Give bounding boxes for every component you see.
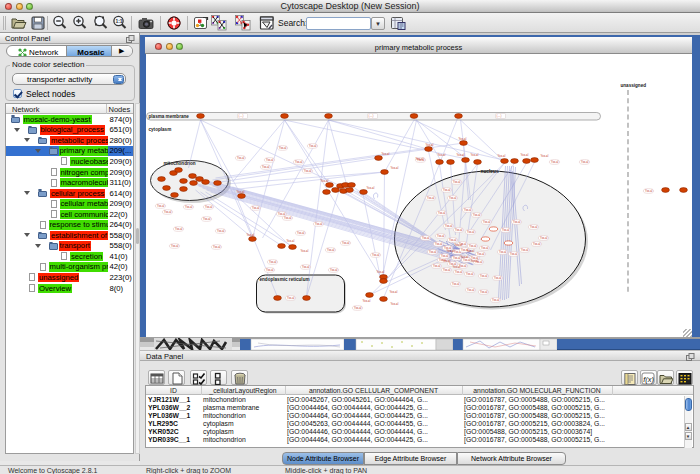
svg-text:1:1: 1:1 [115, 18, 122, 24]
svg-text:Yxx-al: Yxx-al [376, 270, 384, 274]
svg-text:Yxx-al: Yxx-al [441, 254, 449, 258]
svg-text:Yxx-al: Yxx-al [464, 208, 472, 212]
svg-text:Yxx-al: Yxx-al [302, 265, 310, 269]
svg-text:Yxx-al: Yxx-al [203, 217, 211, 221]
svg-text:Yxx-al: Yxx-al [422, 236, 430, 240]
svg-text:Yxx-al: Yxx-al [300, 249, 308, 253]
svg-text:Yxx-al: Yxx-al [284, 216, 292, 220]
svg-text:Yxx-al: Yxx-al [262, 165, 270, 169]
svg-text:Yxx-al: Yxx-al [309, 144, 317, 148]
svg-text:Yxx-al: Yxx-al [157, 204, 165, 208]
svg-text:Yxx-al: Yxx-al [437, 234, 445, 238]
svg-text:cytoplasm: cytoplasm [148, 127, 171, 132]
svg-text:Yxx-al: Yxx-al [492, 298, 500, 302]
svg-text:Yxx-al: Yxx-al [460, 255, 468, 259]
svg-text:Yxx-al: Yxx-al [443, 268, 451, 272]
svg-text:Yxx-al: Yxx-al [330, 268, 338, 272]
svg-text:Yxx-al: Yxx-al [453, 180, 461, 184]
svg-text:Yxx-al: Yxx-al [497, 154, 505, 158]
svg-text:Yxx-al: Yxx-al [327, 248, 335, 252]
svg-text:Yxx-al: Yxx-al [175, 227, 183, 231]
svg-text:Yxx-al: Yxx-al [443, 188, 451, 192]
svg-text:Yxx-al: Yxx-al [452, 282, 460, 286]
svg-text:Yxx-al: Yxx-al [467, 288, 475, 292]
svg-text:Yxx-al: Yxx-al [381, 152, 389, 156]
svg-text:Yxx-al: Yxx-al [362, 299, 370, 303]
svg-text:Yxx-al: Yxx-al [455, 228, 463, 232]
svg-text:Yxx-al: Yxx-al [164, 210, 172, 214]
svg-text:Yxx-al: Yxx-al [269, 260, 277, 264]
svg-text:Yxx-al: Yxx-al [481, 246, 489, 250]
svg-text:Yxx-al: Yxx-al [438, 211, 446, 215]
svg-text:f(x): f(x) [643, 374, 654, 383]
svg-text:Yxx-al: Yxx-al [286, 239, 294, 243]
svg-text:Yxx-al: Yxx-al [453, 256, 461, 260]
svg-text:Yxx-al: Yxx-al [446, 249, 454, 253]
svg-text:Yxx-al: Yxx-al [354, 306, 362, 310]
svg-text:Yxx-al: Yxx-al [540, 236, 548, 240]
svg-text:Yxx-al: Yxx-al [470, 153, 478, 157]
svg-text:Yxx-al: Yxx-al [205, 205, 213, 209]
svg-text:Yxx-al: Yxx-al [252, 206, 260, 210]
svg-text:Yxx-al: Yxx-al [533, 242, 541, 246]
svg-text:Yxx-al: Yxx-al [520, 153, 528, 157]
svg-text:Yxx-al: Yxx-al [466, 249, 474, 253]
svg-text:Yxx-al: Yxx-al [645, 189, 653, 193]
svg-text:Yxx-al: Yxx-al [530, 225, 538, 229]
svg-text:Yxx-al: Yxx-al [435, 242, 443, 246]
svg-text:mitochondrion: mitochondrion [163, 161, 195, 166]
svg-text:Yxx-al: Yxx-al [366, 186, 374, 190]
svg-text:Yxx-al: Yxx-al [279, 146, 287, 150]
svg-text:Yxx-al: Yxx-al [390, 302, 398, 306]
svg-text:(---): (---) [238, 114, 243, 118]
svg-text:Yxx-al: Yxx-al [449, 196, 457, 200]
svg-text:unassigned: unassigned [620, 83, 646, 88]
svg-text:Yxx-al: Yxx-al [551, 160, 559, 164]
svg-text:(---): (---) [368, 114, 373, 118]
svg-text:Yxx-al: Yxx-al [473, 213, 481, 217]
svg-text:Yxx-al: Yxx-al [415, 157, 423, 161]
svg-text:Yxx-al: Yxx-al [510, 252, 518, 256]
svg-text:Yxx-al: Yxx-al [427, 196, 435, 200]
svg-text:Yxx-al: Yxx-al [449, 238, 457, 242]
svg-text:Yxx-al: Yxx-al [287, 296, 295, 300]
svg-text:Yxx-al: Yxx-al [442, 259, 450, 263]
svg-text:Yxx-al: Yxx-al [454, 243, 462, 247]
svg-text:Yxx-al: Yxx-al [315, 222, 323, 226]
svg-text:Yxx-al: Yxx-al [445, 224, 453, 228]
svg-text:Yxx-al: Yxx-al [437, 153, 445, 157]
svg-text:Yxx-al: Yxx-al [456, 153, 464, 157]
svg-text:Yxx-al: Yxx-al [278, 212, 286, 216]
svg-text:Yxx-al: Yxx-al [171, 244, 179, 248]
svg-text:Yxx-al: Yxx-al [466, 272, 474, 276]
svg-text:Yxx-al: Yxx-al [494, 276, 502, 280]
svg-text:Yxx-al: Yxx-al [521, 248, 529, 252]
svg-text:Yxx-al: Yxx-al [540, 154, 548, 158]
svg-text:plasma membrane: plasma membrane [148, 114, 189, 119]
svg-text:Yxx-al: Yxx-al [581, 160, 589, 164]
svg-text:Yxx-al: Yxx-al [297, 231, 305, 235]
svg-text:Yxx-al: Yxx-al [213, 245, 221, 249]
svg-text:endoplasmic reticulum: endoplasmic reticulum [259, 277, 309, 282]
svg-text:Yxx-al: Yxx-al [266, 268, 274, 272]
svg-text:Yxx-al: Yxx-al [342, 241, 350, 245]
svg-text:Yxx-al: Yxx-al [237, 156, 245, 160]
svg-text:Yxx-al: Yxx-al [429, 250, 437, 254]
svg-text:Yxx-al: Yxx-al [502, 228, 510, 232]
svg-text:Yxx-al: Yxx-al [185, 205, 193, 209]
svg-text:Yxx-al: Yxx-al [483, 220, 491, 224]
svg-text:Yxx-al: Yxx-al [480, 274, 488, 278]
svg-text:Yxx-al: Yxx-al [513, 220, 521, 224]
svg-text:Yxx-al: Yxx-al [467, 230, 475, 234]
svg-text:(---): (---) [496, 114, 501, 118]
svg-text:Yxx-al: Yxx-al [266, 158, 274, 162]
svg-text:Yxx-al: Yxx-al [433, 264, 441, 268]
svg-text:Yxx-al: Yxx-al [469, 244, 477, 248]
svg-text:Yxx-al: Yxx-al [217, 229, 225, 233]
svg-text:Yxx-al: Yxx-al [390, 166, 398, 170]
svg-text:Yxx-al: Yxx-al [480, 290, 488, 294]
svg-text:Yxx-al: Yxx-al [452, 265, 460, 269]
svg-text:Yxx-al: Yxx-al [477, 252, 485, 256]
svg-text:Yxx-al: Yxx-al [499, 250, 507, 254]
svg-text:Yxx-al: Yxx-al [455, 270, 463, 274]
